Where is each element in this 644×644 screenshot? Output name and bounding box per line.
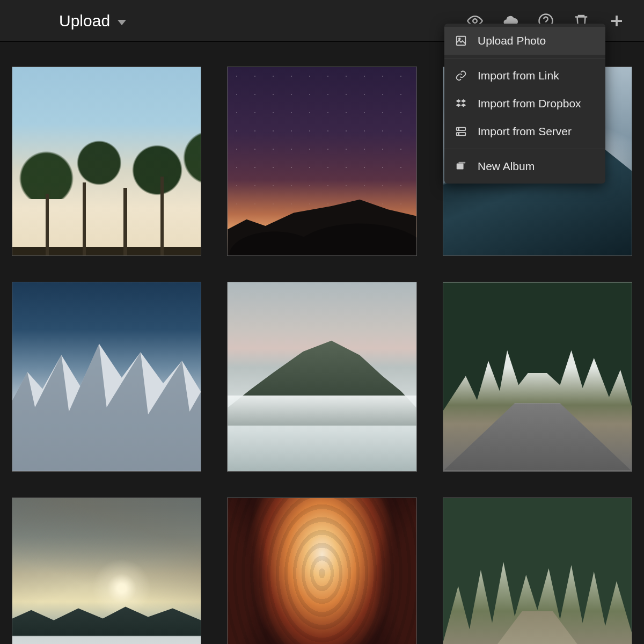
svg-rect-10 (458, 162, 465, 164)
add-menu: Upload Photo Import from Link Import fro (444, 24, 605, 184)
menu-import-server[interactable]: Import from Server (444, 118, 605, 145)
add-menu-section: Upload Photo (444, 24, 605, 58)
menu-import-link[interactable]: Import from Link (444, 62, 605, 90)
menu-upload-photo[interactable]: Upload Photo (444, 27, 605, 55)
album-icon (455, 160, 467, 172)
add-menu-section: New Album (444, 149, 605, 184)
add-menu-section: Import from Link Import from Dropbox Imp… (444, 58, 605, 149)
photo-starry-sky[interactable] (227, 67, 416, 256)
server-icon (455, 126, 467, 137)
chevron-down-icon (118, 20, 126, 25)
photo-forest-path[interactable] (443, 497, 632, 644)
header-title: Upload (59, 12, 110, 30)
menu-item-label: Import from Link (478, 69, 559, 82)
dropbox-icon (455, 98, 467, 109)
photo-icon (455, 35, 467, 47)
svg-point-0 (473, 19, 477, 23)
svg-point-8 (458, 134, 459, 135)
svg-point-4 (459, 38, 460, 40)
menu-item-label: Import from Server (478, 125, 572, 138)
header-title-dropdown[interactable]: Upload (59, 12, 126, 30)
menu-item-label: Import from Dropbox (478, 97, 581, 110)
photo-mountain-lake[interactable] (227, 282, 416, 471)
link-icon (455, 70, 467, 82)
photo-slot-canyon[interactable] (227, 497, 416, 644)
photo-palm-trees[interactable] (12, 67, 201, 256)
plus-icon[interactable] (609, 13, 625, 29)
photo-forest-road[interactable] (443, 282, 632, 471)
header-bar: Upload (0, 0, 644, 42)
svg-point-7 (458, 129, 459, 130)
menu-new-album[interactable]: New Album (444, 152, 605, 180)
menu-item-label: Upload Photo (478, 34, 546, 47)
menu-import-dropbox[interactable]: Import from Dropbox (444, 90, 605, 118)
svg-rect-9 (457, 164, 464, 170)
menu-item-label: New Album (478, 160, 535, 173)
photo-sunset-valley[interactable] (12, 497, 201, 644)
photo-snowy-peaks[interactable] (12, 282, 201, 471)
